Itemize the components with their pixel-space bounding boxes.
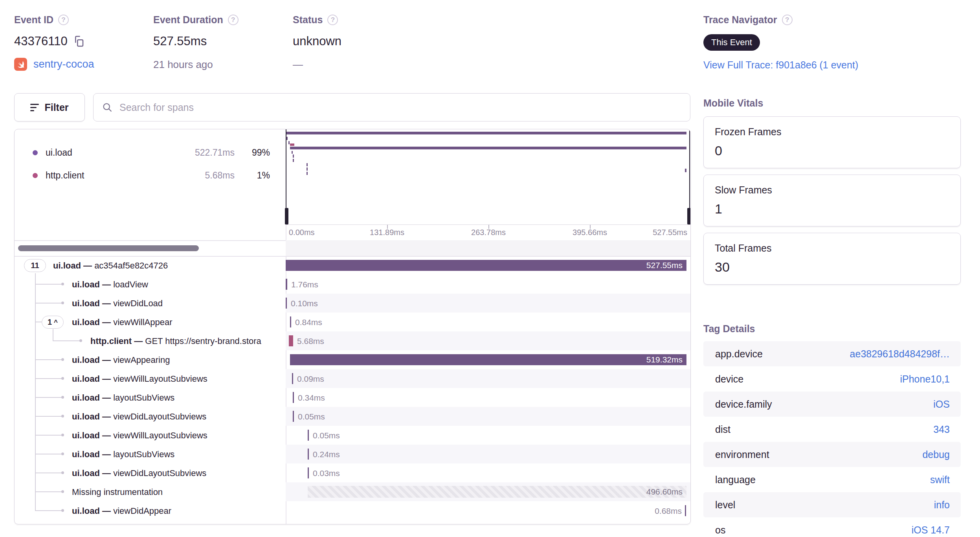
span-bar-lane[interactable]: 0.05ms	[286, 407, 691, 426]
span-tree-row[interactable]: ui.load — viewAppearing	[15, 350, 286, 369]
tree-connector	[53, 340, 81, 341]
this-event-badge[interactable]: This Event	[703, 34, 760, 51]
tag-value-link[interactable]: iPhone10,1	[900, 373, 950, 385]
span-count-badge[interactable]: 1^	[42, 316, 64, 329]
span-tree-label: ui.load — viewWillLayoutSubviews	[72, 374, 207, 384]
tag-row: levelinfo	[703, 492, 961, 517]
span-op: ui.load —	[72, 468, 113, 478]
span-bar[interactable]	[308, 430, 309, 441]
span-duration-label: 5.68ms	[297, 337, 324, 346]
tag-value-link[interactable]: ae3829618d484298f…	[850, 348, 950, 360]
minimap-span-bar	[290, 147, 686, 149]
span-bar[interactable]	[685, 505, 686, 516]
tag-row: osiOS 14.7	[703, 517, 961, 537]
tag-value-link[interactable]: debug	[922, 449, 950, 460]
span-duration-label: 0.05ms	[313, 431, 340, 440]
missing-instrumentation-bar[interactable]: 496.60ms	[308, 486, 686, 498]
span-bar-lane[interactable]: 0.10ms	[286, 294, 691, 313]
span-bar[interactable]	[286, 279, 287, 290]
legend-item: ui.load522.71ms99%	[33, 141, 270, 164]
span-tree-row[interactable]: ui.load — viewDidLayoutSubviews	[15, 463, 286, 482]
project-link[interactable]: sentry-cocoa	[14, 58, 94, 71]
span-bar-lane[interactable]: 527.55ms	[286, 256, 691, 275]
tag-key: app.device	[715, 348, 763, 360]
span-bar-lane[interactable]: 0.05ms	[286, 426, 691, 445]
status-label: Status	[293, 14, 323, 26]
span-tree-row[interactable]: ui.load — layoutSubViews	[15, 388, 286, 407]
span-duration-label: 0.24ms	[313, 450, 340, 459]
span-tree-row[interactable]: http.client — GET https://sentry-brand.s…	[15, 331, 286, 350]
span-tree-row[interactable]: ui.load — viewDidLayoutSubviews	[15, 407, 286, 426]
span-tree-row[interactable]: ui.load — layoutSubViews	[15, 445, 286, 463]
span-bar-lane[interactable]: 0.84ms	[286, 313, 691, 331]
event-id-label: Event ID	[14, 14, 53, 26]
view-full-trace-link[interactable]: View Full Trace: f901a8e6 (1 event)	[703, 59, 858, 70]
span-bar-lane[interactable]: 1.76ms	[286, 275, 691, 294]
span-bar[interactable]	[292, 373, 293, 384]
trace-navigator-block: Trace Navigator ? This Event View Full T…	[703, 14, 858, 71]
viewport-handle-left-grip[interactable]	[285, 208, 288, 224]
span-count-badge[interactable]: 11	[24, 259, 46, 272]
span-bar-lane[interactable]: 0.24ms	[286, 445, 691, 463]
tree-connector	[35, 510, 62, 511]
viewport-handle-right-grip[interactable]	[687, 208, 691, 224]
span-duration-label: 1.76ms	[291, 280, 318, 289]
span-tree-label: ui.load — viewDidAppear	[72, 506, 171, 516]
filter-button[interactable]: Filter	[14, 93, 85, 121]
span-bar-lane[interactable]: 0.34ms	[286, 388, 691, 407]
span-bar[interactable]	[289, 335, 293, 346]
span-tree-row[interactable]: ui.load — loadView	[15, 275, 286, 294]
span-tree-row[interactable]: ui.load — viewWillLayoutSubviews	[15, 369, 286, 388]
minimap-span-mark	[293, 154, 294, 158]
tag-value-link[interactable]: iOS 14.7	[912, 524, 950, 536]
tag-row: device.familyiOS	[703, 392, 961, 417]
span-bar-lane[interactable]: 0.68ms	[286, 501, 691, 520]
search-input[interactable]	[93, 93, 690, 121]
tag-value-link[interactable]: 343	[933, 424, 950, 435]
span-bar[interactable]	[308, 467, 309, 478]
horizontal-scrollbar-thumb[interactable]	[18, 245, 199, 251]
span-bar-lane[interactable]: 519.32ms	[286, 350, 691, 369]
span-tree-row[interactable]: ui.load — viewWillLayoutSubviews	[15, 426, 286, 445]
tag-value-link[interactable]: iOS	[933, 399, 950, 410]
minimap-span-mark	[292, 151, 293, 154]
tree-connector-dot	[61, 283, 64, 285]
span-bar[interactable]	[308, 449, 309, 460]
help-icon[interactable]: ?	[327, 15, 338, 25]
minimap[interactable]	[286, 129, 691, 224]
span-tree-row[interactable]: 11ui.load — ac354af5e82c4726	[15, 256, 286, 275]
tag-value-link[interactable]: swift	[930, 474, 950, 486]
axis-tick-label: 131.89ms	[370, 228, 404, 237]
help-icon[interactable]: ?	[58, 15, 69, 25]
tag-row: languageswift	[703, 467, 961, 492]
tree-connector	[35, 473, 62, 473]
span-bar-lane[interactable]: 5.68ms	[286, 331, 691, 350]
tag-row: app.deviceae3829618d484298f…	[703, 341, 961, 366]
help-icon[interactable]: ?	[228, 15, 239, 25]
span-bar-lane[interactable]: 0.09ms	[286, 369, 691, 388]
vital-card: Frozen Frames0	[703, 116, 961, 168]
span-tree-row[interactable]: ui.load — viewDidLoad	[15, 294, 286, 313]
span-bar[interactable]	[290, 316, 291, 327]
span-bar[interactable]: 527.55ms	[286, 260, 686, 271]
span-bar-lane[interactable]: 496.60ms	[286, 482, 691, 501]
span-tree-row[interactable]: 1^ui.load — viewWillAppear	[15, 313, 286, 331]
span-bar[interactable]: 519.32ms	[290, 354, 686, 365]
event-duration-block: Event Duration ? 527.55ms 21 hours ago	[153, 14, 239, 71]
vital-card-value: 0	[715, 143, 949, 158]
chevron-up-icon: ^	[54, 318, 58, 326]
span-tree-row[interactable]: Missing instrumentation	[15, 482, 286, 501]
span-bar-lane[interactable]: 0.03ms	[286, 463, 691, 482]
copy-icon[interactable]	[73, 35, 85, 47]
help-icon[interactable]: ?	[782, 15, 793, 25]
span-tree-row[interactable]: ui.load — viewDidAppear	[15, 501, 286, 520]
span-bar[interactable]	[286, 298, 287, 309]
vital-card-label: Total Frames	[715, 243, 949, 254]
tree-trunk	[53, 329, 53, 341]
span-bar[interactable]	[293, 392, 294, 403]
span-tree-label: ui.load — layoutSubViews	[72, 393, 174, 403]
tag-value-link[interactable]: info	[934, 499, 950, 511]
tree-connector-dot	[79, 339, 82, 342]
legend-percent: 1%	[235, 170, 270, 181]
span-bar[interactable]	[293, 411, 294, 422]
